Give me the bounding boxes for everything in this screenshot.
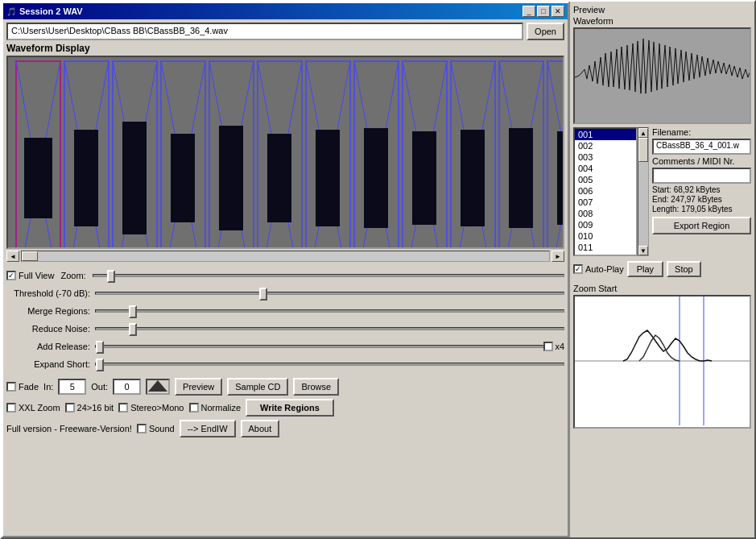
svg-rect-49 [557,131,563,225]
threshold-slider-track[interactable] [95,292,564,295]
region-item-009[interactable]: 009 [575,219,636,230]
noise-slider-container[interactable] [95,321,564,337]
zoom-slider-track[interactable] [93,274,564,277]
sound-checkbox[interactable] [137,424,147,433]
normalize-text: Normalize [201,403,242,413]
region-item-007[interactable]: 007 [575,197,636,208]
bottom-controls: Fade In: 5 Out: 0 Preview Sample CD Brow… [6,378,564,437]
autoplay-row: ✓ Auto-Play Play Stop [573,261,751,277]
preview-title: Preview [573,5,751,15]
autoplay-checkbox[interactable]: ✓ [573,264,583,274]
full-view-checkbox[interactable]: ✓ [6,271,16,280]
xxl-zoom-label[interactable]: XXL Zoom [6,403,60,413]
region-item-006[interactable]: 006 [575,185,636,197]
waveform-label: Waveform [573,16,751,26]
close-button[interactable]: ✕ [552,6,564,17]
region-item-001[interactable]: 001 [575,129,636,140]
region-item-005[interactable]: 005 [575,174,636,185]
region-item-010[interactable]: 010 [575,230,636,242]
open-button[interactable]: Open [527,23,564,40]
region-info: Filename: CBassBB_36_4_001.w Comments / … [649,127,751,256]
fade-checkbox[interactable] [6,382,16,392]
scrollbar-track[interactable] [21,251,550,262]
x4-checkbox[interactable] [543,342,553,351]
region-item-003[interactable]: 003 [575,151,636,163]
list-scroll-thumb[interactable] [638,138,648,162]
release-slider-thumb[interactable] [96,341,104,354]
svg-rect-9 [74,130,98,226]
stereo-mono-checkbox[interactable] [118,403,128,413]
fade-label: Fade [19,382,39,392]
region-item-008[interactable]: 008 [575,208,636,219]
write-regions-button[interactable]: Write Regions [246,399,334,417]
region-item-004[interactable]: 004 [575,163,636,174]
bit-24-16-label[interactable]: 24>16 bit [65,403,114,413]
x4-checkbox-group[interactable]: x4 [543,342,564,351]
region-item-012[interactable]: 012 [575,253,636,256]
expand-slider-container[interactable] [95,356,564,372]
zoom-slider-container[interactable] [93,267,564,284]
waveform-display[interactable]: 001 002 003 004 005 007 008 003 004 010 … [6,56,564,249]
scroll-right-button[interactable]: ► [552,251,564,262]
expand-slider-track[interactable] [95,363,564,366]
noise-slider-track[interactable] [95,327,564,330]
play-button[interactable]: Play [627,261,663,277]
comments-input[interactable] [652,168,751,184]
maximize-button[interactable]: □ [537,6,550,17]
svg-rect-29 [316,130,340,226]
threshold-label: Threshold (-70 dB): [6,288,95,298]
end-iw-button[interactable]: --> EndIW [180,420,236,437]
release-slider-track[interactable] [95,345,543,348]
full-view-checkbox-label[interactable]: ✓ Full View [6,271,54,280]
region-list[interactable]: 001 002 003 004 005 006 007 008 009 010 … [573,127,638,256]
scroll-left-button[interactable]: ◄ [6,251,19,262]
waveform-scrollbar[interactable]: ◄ ► [6,251,564,262]
merge-row: Merge Regions: [6,303,564,319]
region-item-011[interactable]: 011 [575,242,636,253]
merge-slider-container[interactable] [95,303,564,319]
merge-slider-thumb[interactable] [129,305,137,318]
scrollbar-thumb[interactable] [22,251,38,261]
threshold-slider-container[interactable] [95,285,564,301]
svg-rect-13 [122,122,147,234]
zoom-waveform [573,295,751,429]
stop-button[interactable]: Stop [667,261,701,277]
preview-button[interactable]: Preview [175,378,222,396]
noise-slider-thumb[interactable] [129,323,137,336]
list-scroll-up[interactable]: ▲ [638,128,648,138]
normalize-label[interactable]: Normalize [189,403,242,413]
bit-24-16-checkbox[interactable] [65,403,75,413]
release-slider-container[interactable] [95,338,543,354]
start-stat: Start: 68,92 kBytes [652,185,751,194]
region-item-002[interactable]: 002 [575,140,636,151]
threshold-slider-thumb[interactable] [259,288,267,301]
stereo-mono-label[interactable]: Stereo>Mono [118,403,184,413]
about-button[interactable]: About [241,420,280,437]
list-with-scrollbar: 001 002 003 004 005 006 007 008 009 010 … [573,127,649,256]
svg-marker-62 [148,380,167,392]
normalize-checkbox[interactable] [189,403,199,413]
preview-waveform [573,27,751,124]
waveform-section: Waveform Display [6,43,564,262]
fade-out-input[interactable]: 0 [113,379,141,395]
right-panel: Preview Waveform 001 002 003 004 [569,2,754,537]
expand-slider-thumb[interactable] [96,359,104,371]
zoom-start-label: Zoom Start [573,284,751,293]
zoom-slider-thumb[interactable] [107,270,115,283]
merge-slider-track[interactable] [95,309,564,313]
comments-label: Comments / MIDI Nr. [652,156,751,166]
export-region-button[interactable]: Export Region [652,217,751,234]
sample-cd-button[interactable]: Sample CD [227,378,288,396]
fade-checkbox-label[interactable]: Fade [6,382,39,392]
autoplay-checkbox-label[interactable]: ✓ Auto-Play [573,264,624,274]
sound-label[interactable]: Sound [137,424,175,433]
xxl-zoom-checkbox[interactable] [6,403,16,413]
file-path-display: C:\Users\User\Desktop\CBass BB\CBassBB_3… [6,23,523,40]
browse-button[interactable]: Browse [293,378,339,396]
minimize-button[interactable]: _ [523,6,535,17]
list-scroll-down[interactable]: ▼ [638,246,648,255]
list-scroll-track[interactable] [638,138,648,246]
list-scrollbar[interactable]: ▲ ▼ [638,127,649,256]
fade-in-input[interactable]: 5 [58,379,86,395]
full-view-row: ✓ Full View Zoom: [6,267,564,284]
